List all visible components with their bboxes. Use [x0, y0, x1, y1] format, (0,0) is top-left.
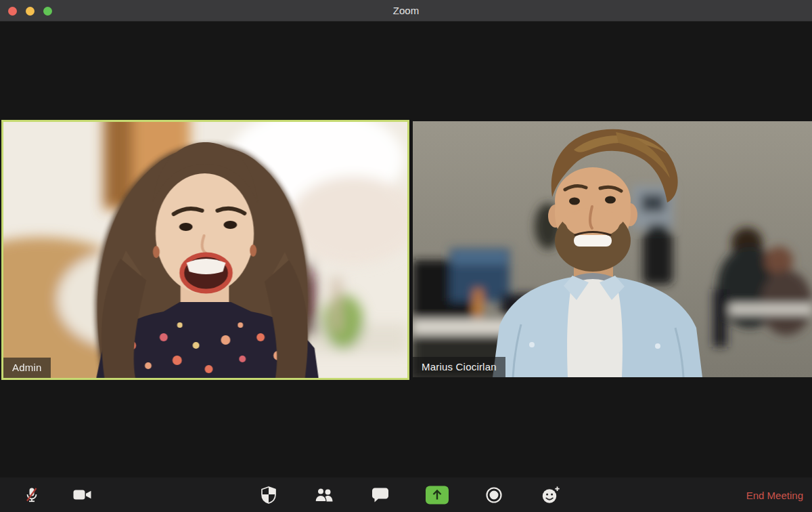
chat-button[interactable]	[371, 486, 390, 504]
share-screen-up-arrow-icon	[432, 489, 443, 501]
fullscreen-button[interactable]	[43, 7, 52, 16]
video-tile-marius[interactable]: Marius Ciocirlan	[413, 121, 812, 377]
minimize-button[interactable]	[26, 7, 35, 16]
marius-video-feed	[413, 121, 812, 377]
share-screen-button[interactable]	[426, 486, 449, 504]
smiley-plus-icon	[541, 486, 561, 505]
end-meeting-button[interactable]: End Meeting	[746, 489, 803, 500]
participant-name-marius: Marius Ciocirlan	[413, 357, 505, 377]
record-button[interactable]	[484, 486, 503, 505]
microphone-muted-icon	[22, 486, 41, 505]
title-bar: Zoom	[0, 0, 812, 22]
video-button[interactable]	[72, 488, 93, 503]
admin-video-feed	[3, 122, 407, 378]
video-tile-admin[interactable]: Admin	[1, 120, 409, 380]
zoom-window: Zoom	[0, 0, 812, 512]
share-screen-pill	[426, 486, 449, 504]
reactions-button[interactable]	[541, 486, 561, 505]
shield-icon	[259, 486, 278, 505]
participants-button[interactable]	[314, 487, 336, 503]
record-circle-icon	[484, 486, 503, 505]
chat-bubble-icon	[371, 486, 390, 504]
video-camera-icon	[72, 488, 93, 503]
security-button[interactable]	[259, 486, 278, 505]
window-title: Zoom	[0, 5, 812, 16]
participants-icon	[314, 487, 336, 503]
participant-name-admin: Admin	[3, 358, 51, 378]
meeting-toolbar: End Meeting	[0, 477, 812, 512]
mute-button[interactable]	[22, 486, 41, 505]
close-button[interactable]	[8, 7, 17, 16]
traffic-lights	[8, 0, 52, 22]
